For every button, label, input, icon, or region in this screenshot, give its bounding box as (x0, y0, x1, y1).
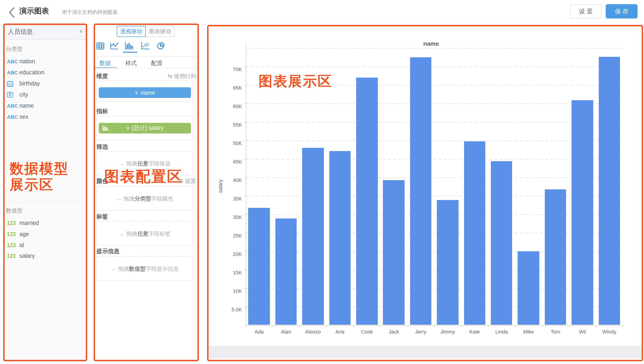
number-type-icon: 123 (7, 231, 20, 237)
color-hint: → 拖拽分类型字段颜色 (97, 195, 193, 203)
bar-Linda[interactable] (491, 161, 512, 325)
gridline (246, 66, 623, 67)
x-axis-tick-label: Tom (542, 329, 569, 335)
save-button[interactable]: 保 存 (606, 4, 638, 19)
tooltip-label: 提示信息 (96, 248, 120, 255)
field-nation[interactable]: ABC nation (7, 56, 35, 67)
tab-data[interactable]: 数据 (94, 60, 117, 67)
measure-pill-salary[interactable]: ∨ [总计] salary (99, 123, 191, 133)
swap-icon: ⇆ (168, 73, 172, 79)
field-married[interactable]: 123 married (7, 218, 39, 228)
app-window: 演示图表 用于演示文档的样例图表 设 置 保 存 人员信息 ∨ 分类型 ABC … (0, 0, 644, 364)
bar-Kate[interactable] (464, 141, 485, 325)
x-axis-tick (273, 325, 273, 327)
bar-Mike[interactable] (518, 252, 539, 325)
x-axis-tick (246, 325, 246, 327)
number-type-icon: 123 (7, 242, 20, 248)
field-city[interactable]: city (7, 89, 28, 100)
drag-arrow-icon: → (116, 196, 122, 202)
measure-dropzone[interactable]: ∨ [总计] salary (96, 116, 193, 140)
back-button[interactable] (8, 7, 16, 19)
x-axis-tick (407, 325, 408, 327)
use-row-column-action[interactable]: ⇆ 使用行列 (168, 73, 196, 80)
gridline (246, 48, 623, 48)
table-chart-icon[interactable] (96, 42, 105, 50)
tag-label: 标签 (96, 213, 108, 221)
dimension-dropzone[interactable]: ∨ name (96, 81, 193, 102)
x-axis-tick-label: Jack (380, 329, 407, 335)
bar-Alonzo[interactable] (302, 148, 324, 325)
field-salary[interactable]: 123 salary (7, 251, 35, 261)
tag-dropzone[interactable]: → 拖拽任意字段标签 (96, 221, 193, 246)
y-axis-tick (244, 122, 246, 122)
y-axis-tick (244, 66, 246, 67)
y-axis-tick (244, 103, 246, 104)
number-type-icon: 123 (7, 253, 20, 258)
tooltip-dropzone[interactable]: → 拖拽数值型字段提示信息 (96, 256, 193, 281)
dataset-selector[interactable]: 人员信息 ∨ (3, 24, 87, 40)
field-education[interactable]: ABC education (7, 67, 44, 77)
text-type-icon: ABC (7, 70, 20, 75)
y-axis-tick (244, 85, 246, 85)
chart-display-area[interactable]: name salary 5.0K10K15K20K25K30K35K40K45K… (207, 25, 643, 361)
chevron-down-icon: ∨ (135, 90, 138, 96)
mode-switch: 透视驱动 图表驱动 (117, 26, 175, 37)
bar-Cook[interactable] (356, 78, 378, 325)
bar-chart-icon[interactable] (124, 42, 134, 50)
field-birthday[interactable]: birthday (7, 78, 40, 88)
chevron-down-icon: ∨ (79, 28, 83, 34)
bar-Jimmy[interactable] (437, 200, 458, 325)
y-axis-tick-label: 55K (222, 122, 242, 128)
x-axis-tick (515, 325, 516, 327)
y-axis-tick (244, 140, 246, 141)
x-axis-tick-label: Wil (569, 329, 596, 335)
tab-config[interactable]: 配置 (145, 60, 168, 67)
y-axis-tick (244, 288, 246, 288)
field-name[interactable]: ABC name (7, 100, 34, 111)
field-age[interactable]: 123 age (7, 229, 29, 239)
tab-style[interactable]: 样式 (120, 60, 142, 67)
x-axis-tick-label: Alonzo (300, 329, 326, 335)
scatter-chart-icon[interactable] (141, 42, 150, 50)
divider (3, 202, 87, 202)
dataset-name: 人员信息 (8, 28, 33, 36)
annotation-data-model-area: 数据模型 展示区 (10, 160, 69, 193)
bar-Windy[interactable] (598, 57, 620, 325)
x-axis-tick (300, 325, 300, 327)
y-axis-tick-label: 25K (222, 233, 242, 239)
bar-Wil[interactable] (572, 100, 593, 325)
drag-arrow-icon: → (119, 231, 125, 237)
pie-chart-icon[interactable] (156, 42, 165, 50)
field-sex[interactable]: ABC sex (7, 112, 28, 122)
back-chevron-icon (8, 7, 16, 19)
x-axis-tick-label: Ada (246, 329, 273, 335)
y-axis-tick (244, 306, 246, 307)
measure-label: 指标 (96, 108, 108, 115)
y-axis-tick (244, 270, 246, 270)
color-dropzone[interactable]: → 拖拽分类型字段颜色 (96, 186, 193, 211)
dimension-label: 维度 (96, 73, 108, 80)
tab-chart-driven[interactable]: 图表驱动 (146, 26, 175, 37)
line-chart-icon[interactable] (110, 42, 119, 50)
bar-Tom[interactable] (545, 190, 566, 325)
text-type-icon: ABC (7, 103, 20, 108)
x-axis-tick (326, 325, 327, 327)
bar-Jack[interactable] (383, 180, 404, 325)
category-section-label: 分类型 (6, 45, 22, 53)
bar-Jerry[interactable] (410, 58, 432, 325)
bar-Aria[interactable] (329, 151, 350, 325)
y-axis-tick (244, 177, 246, 177)
page-title: 演示图表 (20, 7, 49, 16)
dimension-pill-name[interactable]: ∨ name (99, 87, 191, 98)
gridline (246, 103, 623, 104)
x-axis-tick-label: Aria (326, 329, 353, 335)
filter-label: 筛选 (96, 143, 108, 151)
x-axis-tick (569, 325, 569, 327)
gridline (246, 140, 623, 141)
bar-Ada[interactable] (248, 208, 270, 325)
field-id[interactable]: 123 id (7, 240, 24, 250)
tab-pivot-driven[interactable]: 透视驱动 (117, 26, 146, 37)
settings-button[interactable]: 设 置 (570, 4, 602, 19)
bar-Alan[interactable] (276, 219, 297, 325)
y-axis-tick-label: 30K (222, 214, 242, 221)
